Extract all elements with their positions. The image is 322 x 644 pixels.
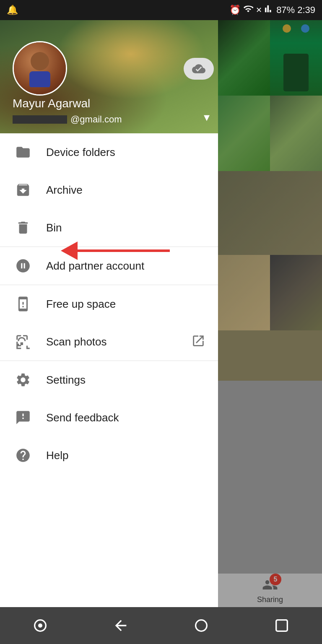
menu-item-device-folders[interactable]: Device folders [0,133,218,171]
archive-label: Archive [46,184,83,197]
free-up-space-label: Free up space [46,298,116,311]
gear-icon [13,369,34,390]
cloud-done-icon [192,62,205,75]
menu-item-archive[interactable]: Archive [0,171,218,209]
svg-rect-5 [276,620,288,631]
back-nav-button[interactable] [104,613,138,638]
scan-photos-label: Scan photos [46,335,107,348]
camera-nav-icon [32,617,49,634]
bin-icon [13,217,34,238]
x-signal-icon: ✕ [256,5,262,15]
menu-item-bin[interactable]: Bin [0,209,218,247]
battery-text: 87% [276,5,295,16]
scan-icon [13,331,34,352]
external-link-icon [191,334,205,350]
settings-label: Settings [46,374,86,387]
email-suffix: @gmail.com [70,114,122,125]
bin-arrow-annotation [61,242,170,260]
svg-point-4 [196,620,207,631]
notification-icon: 🔔 [7,5,18,16]
back-nav-icon [112,617,129,634]
phone-icon [13,293,34,314]
arrow-line [78,249,170,252]
account-dropdown-arrow[interactable]: ▾ [204,110,210,124]
svg-point-0 [31,52,49,70]
menu-item-help[interactable]: Help [0,436,218,474]
user-email: @gmail.com [13,114,122,125]
avatar[interactable] [13,41,67,96]
home-nav-button[interactable] [184,613,218,638]
time-text: 2:39 [297,5,315,16]
drawer-header: Mayur Agarwal @gmail.com ▾ [0,20,218,133]
alarm-icon: ⏰ [229,5,241,16]
menu-item-scan-photos[interactable]: Scan photos [0,323,218,361]
menu-list: Device folders Archive Bin Add partner a… [0,133,218,607]
arrow-head [61,242,78,260]
help-icon [13,445,34,466]
status-bar: 🔔 ⏰ ✕ 87% 2:39 [0,0,322,20]
folder-icon [13,142,34,163]
recents-nav-icon [273,617,290,634]
wifi-icon [243,4,253,16]
menu-item-settings[interactable]: Settings [0,361,218,399]
email-redacted [13,115,67,124]
recents-nav-button[interactable] [265,613,299,638]
partner-icon [13,255,34,276]
camera-nav-button[interactable] [23,613,57,638]
svg-point-3 [38,623,42,628]
home-nav-icon [193,617,210,634]
menu-item-free-up-space[interactable]: Free up space [0,285,218,323]
send-feedback-label: Send feedback [46,411,119,424]
drawer: Mayur Agarwal @gmail.com ▾ Device folder… [0,20,218,607]
svg-rect-1 [29,71,50,87]
feedback-icon [13,407,34,428]
avatar-silhouette [23,49,57,87]
menu-item-send-feedback[interactable]: Send feedback [0,399,218,436]
device-folders-label: Device folders [46,146,115,159]
signal-icon [265,4,274,16]
user-name: Mayur Agarwal [13,97,90,110]
cloud-sync-button[interactable] [184,58,214,80]
bin-label: Bin [46,221,62,234]
add-partner-label: Add partner account [46,260,144,273]
bottom-nav [0,607,322,644]
help-label: Help [46,449,68,462]
archive-icon [13,179,34,200]
avatar-image [14,42,66,94]
